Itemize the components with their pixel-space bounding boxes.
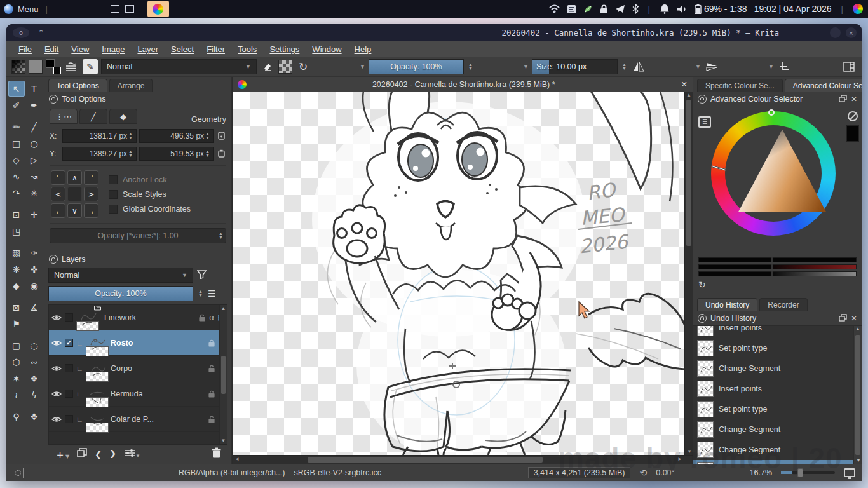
move-layer-down-button[interactable]: ❮	[95, 451, 102, 459]
anchor-left[interactable]: <	[51, 187, 65, 201]
lock-icon[interactable]	[600, 4, 608, 14]
visibility-icon[interactable]	[51, 338, 62, 348]
tab-recorder[interactable]: Recorder	[759, 298, 807, 311]
fg-bg-color-swatch[interactable]	[46, 59, 61, 74]
aspect-lock-icon[interactable]	[216, 132, 226, 141]
hue-ring[interactable]	[711, 111, 836, 236]
crop-tool[interactable]: ◳	[8, 223, 25, 239]
reference-images-tool[interactable]: ⚑	[8, 316, 25, 332]
height-input[interactable]: 519.53 px▲▼	[139, 147, 214, 161]
freehand-brush-tool[interactable]: ✏	[8, 119, 25, 135]
similar-select-tool[interactable]: ✶	[8, 370, 25, 386]
dynamic-brush-tool[interactable]: ↷	[8, 185, 25, 201]
zoom-slider[interactable]	[781, 471, 835, 474]
distro-menu-icon[interactable]	[4, 4, 13, 14]
assistants-tool[interactable]: ⊠	[8, 299, 25, 315]
menu-settings[interactable]: Settings	[264, 43, 305, 55]
pattern-edit-tool[interactable]: ❋	[8, 261, 25, 277]
move-tool[interactable]: ✛	[26, 207, 43, 222]
zoom-percentage[interactable]: 16.7%	[750, 468, 772, 477]
document-close-icon[interactable]: ✕	[681, 79, 688, 89]
layer-checkbox[interactable]	[65, 390, 73, 398]
colour-wheel-panel[interactable]: ☰	[693, 106, 862, 257]
global-coordinates-checkbox[interactable]: Global Coordinates	[109, 205, 191, 214]
tab-undo-history[interactable]: Undo History	[697, 298, 757, 311]
undo-lock-icon[interactable]	[698, 314, 707, 323]
tool-options-header[interactable]: Tool Options	[44, 92, 231, 106]
layer-row-colar[interactable]: ∟ Colar de P... α	[49, 407, 227, 432]
reload-preset-icon[interactable]: ↻	[295, 59, 311, 74]
preserve-alpha-icon[interactable]	[278, 60, 292, 74]
enclose-fill-tool[interactable]: ◉	[26, 278, 43, 294]
transform-select-tool[interactable]: ↖	[8, 81, 25, 97]
shape-opacity-field[interactable]: Opacity [*varies*]: 1.00 ▲▼	[50, 228, 226, 243]
close-docker-icon[interactable]: ✕	[851, 95, 857, 104]
opacity-slider[interactable]: Opacity: 100%	[369, 59, 464, 74]
undo-history-header[interactable]: Undo History ✕	[693, 311, 862, 325]
bezier-curve-tool[interactable]: ∿	[8, 168, 25, 184]
mirror-vertical-icon[interactable]	[704, 59, 719, 74]
gradient-tool[interactable]: ▧	[8, 245, 25, 261]
window-titlebar[interactable]: o ⌃ 20260402 - Cannella de Shortinho.kra…	[6, 24, 862, 41]
smart-patch-tool[interactable]: ✜	[26, 261, 43, 277]
bell-icon[interactable]	[660, 4, 670, 14]
duplicate-layer-button[interactable]	[77, 448, 87, 461]
mirror-h-dropdown[interactable]: ▼	[695, 64, 701, 70]
notes-icon[interactable]	[567, 4, 576, 14]
anchor-center[interactable]	[67, 187, 82, 201]
layer-lock-icon[interactable]	[198, 314, 206, 322]
layer-lock-icon[interactable]	[208, 416, 215, 423]
rectangle-tool[interactable]: □	[8, 135, 25, 151]
workspace-1-button[interactable]	[111, 5, 119, 13]
no-colour-icon[interactable]	[848, 111, 858, 121]
undo-float-icon[interactable]	[839, 314, 847, 323]
undo-item-selected[interactable]: Move control point	[693, 460, 862, 464]
undo-close-icon[interactable]: ✕	[851, 314, 857, 323]
value-bars[interactable]	[693, 257, 862, 278]
menu-button[interactable]: Menu	[18, 4, 39, 14]
edit-shapes-tool[interactable]: ✐	[8, 97, 25, 113]
eraser-mode-icon[interactable]	[260, 59, 275, 74]
opacity-spinner[interactable]: ▲▼	[467, 63, 474, 70]
rect-select-tool[interactable]: ▢	[8, 337, 25, 353]
undo-item[interactable]: Change Segment	[693, 419, 862, 440]
fill-tool[interactable]: ◆	[8, 278, 25, 294]
fit-to-screen-icon[interactable]	[844, 468, 855, 477]
layer-options-icon[interactable]: ☰	[208, 288, 217, 299]
geometry-fill-tab[interactable]: ◆	[109, 109, 137, 124]
window-menu-button[interactable]: o	[13, 27, 29, 38]
ellipse-select-tool[interactable]: ◌	[26, 337, 43, 353]
app-leaf-icon[interactable]	[583, 4, 593, 14]
softproofing-icon[interactable]	[13, 468, 24, 478]
layer-properties-button[interactable]: ▼	[124, 448, 140, 461]
visibility-icon[interactable]	[51, 389, 62, 399]
menu-help[interactable]: Help	[349, 43, 377, 55]
anchor-bottom-left[interactable]: ⌞	[51, 203, 65, 218]
tab-specific-colour-selector[interactable]: Specific Colour Se...	[697, 79, 783, 92]
menu-image[interactable]: Image	[96, 43, 130, 55]
float-docker-icon[interactable]	[839, 95, 847, 104]
acs-settings-icon[interactable]: ☰	[698, 116, 711, 128]
x-input[interactable]: 1381.17 px▲▼	[62, 129, 137, 143]
rotation-icon[interactable]: ⟲	[639, 468, 647, 477]
layer-checkbox[interactable]	[65, 415, 73, 423]
freehand-path-tool[interactable]: ↝	[26, 168, 43, 184]
width-input[interactable]: 496.35 px▲▼	[139, 129, 214, 143]
add-layer-button[interactable]: ＋▼	[55, 449, 69, 460]
reload-dropdown-arrow[interactable]: ▼	[360, 64, 365, 70]
anchor-top-left[interactable]: ⌜	[51, 170, 65, 185]
pattern-chooser[interactable]	[29, 60, 43, 74]
scale-styles-checkbox[interactable]: Scale Styles	[109, 190, 191, 199]
advanced-colour-selector-header[interactable]: Advanced Colour Selector ✕	[693, 92, 862, 106]
paste-size-icon[interactable]	[216, 149, 226, 159]
undo-item[interactable]: Set point type	[693, 338, 862, 358]
layer-row-bermuda[interactable]: ∟ Bermuda α	[49, 381, 227, 407]
undo-item[interactable]: Change Segment	[693, 358, 862, 379]
canvas-titlebar[interactable]: 20260402 - Cannella de Shortinho.kra (23…	[233, 77, 693, 92]
tab-advanced-colour-selector[interactable]: Advanced Colour Se...	[785, 79, 862, 92]
menu-layer[interactable]: Layer	[132, 43, 164, 55]
layer-checkbox[interactable]	[65, 364, 73, 372]
freehand-select-tool[interactable]: ∾	[26, 354, 43, 370]
krita-task-button[interactable]	[147, 1, 169, 17]
undo-item[interactable]: Change Segment	[693, 440, 862, 460]
